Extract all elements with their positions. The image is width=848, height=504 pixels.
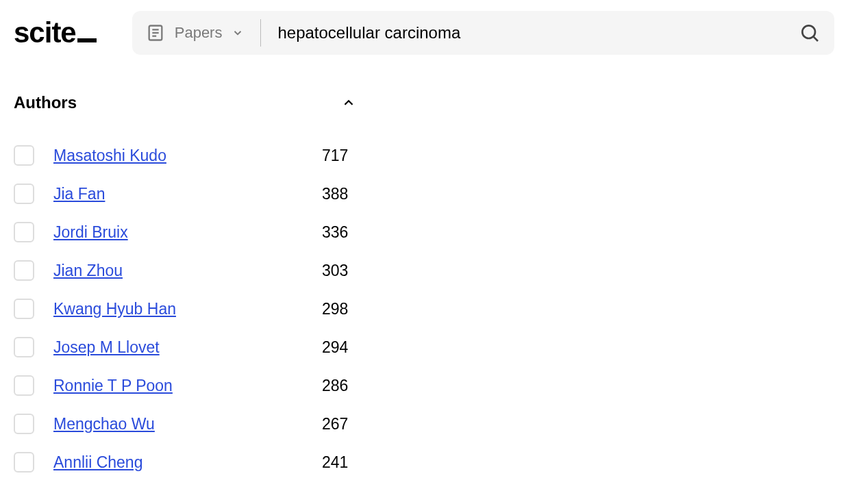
author-checkbox[interactable] bbox=[14, 145, 34, 166]
search-input[interactable] bbox=[277, 23, 799, 42]
author-checkbox[interactable] bbox=[14, 337, 34, 357]
search-divider bbox=[260, 19, 261, 47]
author-checkbox[interactable] bbox=[14, 260, 34, 281]
author-link[interactable]: Jia Fan bbox=[53, 185, 322, 203]
logo-underscore bbox=[77, 38, 97, 42]
author-row: Kwang Hyub Han298 bbox=[14, 299, 356, 319]
author-row: Jia Fan388 bbox=[14, 184, 356, 204]
author-checkbox[interactable] bbox=[14, 414, 34, 434]
author-link[interactable]: Kwang Hyub Han bbox=[53, 300, 322, 318]
author-row: Jordi Bruix336 bbox=[14, 222, 356, 242]
authors-filter: Authors Masatoshi Kudo717Jia Fan388Jordi… bbox=[14, 93, 356, 473]
author-row: Annlii Cheng241 bbox=[14, 452, 356, 473]
author-link[interactable]: Josep M Llovet bbox=[53, 338, 322, 357]
author-count: 298 bbox=[322, 300, 356, 318]
filter-header[interactable]: Authors bbox=[14, 93, 356, 112]
logo[interactable]: scite bbox=[14, 16, 97, 49]
search-type-label: Papers bbox=[175, 24, 223, 42]
search-bar: Papers bbox=[132, 11, 834, 55]
author-link[interactable]: Masatoshi Kudo bbox=[53, 147, 322, 165]
author-link[interactable]: Annlii Cheng bbox=[53, 453, 322, 472]
search-type-selector[interactable]: Papers bbox=[146, 23, 261, 42]
author-row: Josep M Llovet294 bbox=[14, 337, 356, 357]
author-count: 241 bbox=[322, 453, 356, 472]
author-link[interactable]: Mengchao Wu bbox=[53, 415, 322, 433]
author-row: Ronnie T P Poon286 bbox=[14, 375, 356, 396]
author-row: Mengchao Wu267 bbox=[14, 414, 356, 434]
chevron-down-icon bbox=[232, 27, 244, 39]
author-link[interactable]: Ronnie T P Poon bbox=[53, 377, 322, 395]
logo-text: scite bbox=[14, 16, 76, 49]
author-checkbox[interactable] bbox=[14, 299, 34, 319]
author-checkbox[interactable] bbox=[14, 184, 34, 204]
author-count: 267 bbox=[322, 415, 356, 433]
svg-line-5 bbox=[813, 36, 818, 41]
filter-title: Authors bbox=[14, 93, 77, 112]
search-icon[interactable] bbox=[799, 22, 821, 44]
author-count: 388 bbox=[322, 185, 356, 203]
svg-point-4 bbox=[802, 25, 815, 38]
author-checkbox[interactable] bbox=[14, 452, 34, 473]
authors-list: Masatoshi Kudo717Jia Fan388Jordi Bruix33… bbox=[14, 145, 356, 473]
author-count: 336 bbox=[322, 223, 356, 242]
author-link[interactable]: Jian Zhou bbox=[53, 262, 322, 280]
author-row: Jian Zhou303 bbox=[14, 260, 356, 281]
chevron-up-icon bbox=[341, 95, 356, 110]
header: scite Papers bbox=[14, 11, 834, 55]
author-count: 303 bbox=[322, 262, 356, 280]
author-row: Masatoshi Kudo717 bbox=[14, 145, 356, 166]
document-icon bbox=[146, 23, 165, 42]
author-count: 717 bbox=[322, 147, 356, 165]
author-count: 286 bbox=[322, 377, 356, 395]
author-count: 294 bbox=[322, 338, 356, 357]
author-checkbox[interactable] bbox=[14, 375, 34, 396]
author-checkbox[interactable] bbox=[14, 222, 34, 242]
author-link[interactable]: Jordi Bruix bbox=[53, 223, 322, 242]
